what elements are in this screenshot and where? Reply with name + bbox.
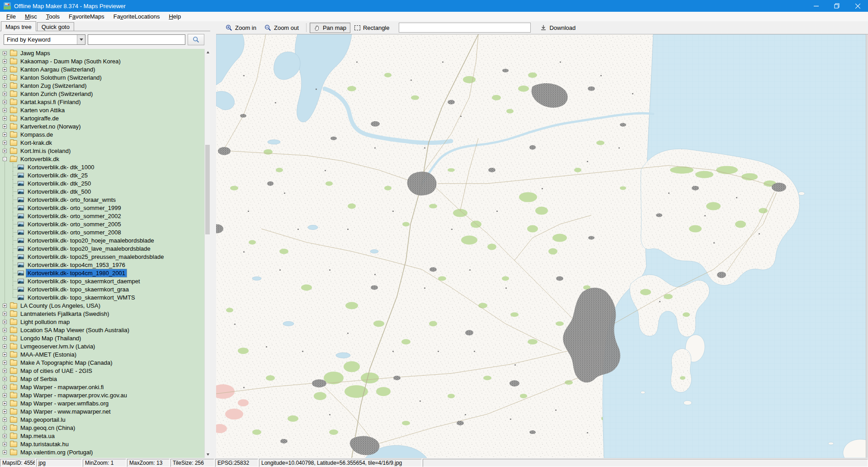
expand-icon[interactable]: +	[3, 353, 7, 357]
expand-icon[interactable]: +	[3, 84, 7, 88]
expand-icon[interactable]: +	[3, 336, 7, 340]
tab-quick-goto[interactable]: Quick goto	[37, 22, 74, 31]
tree-item[interactable]: +MAA-AMET (Estonia)	[0, 350, 204, 358]
expand-icon[interactable]: +	[3, 385, 7, 389]
expand-icon[interactable]: +	[3, 344, 7, 348]
tree-item[interactable]: +Map.meta.ua	[0, 432, 204, 440]
expand-icon[interactable]: +	[3, 304, 7, 308]
expand-icon[interactable]: +	[3, 418, 7, 422]
tab-maps-tree[interactable]: Maps tree	[1, 21, 36, 31]
expand-icon[interactable]: +	[3, 320, 7, 324]
scroll-down-button[interactable]	[205, 451, 211, 458]
tree-item[interactable]: -Kortoverblik.dk	[0, 155, 204, 163]
expand-icon[interactable]: +	[3, 426, 7, 430]
menu-favoritemaps[interactable]: FavoriteMaps	[64, 12, 109, 21]
menu-favoritelocations[interactable]: FavoriteLocations	[109, 12, 165, 21]
tree-scrollbar[interactable]	[204, 49, 210, 458]
tree-item[interactable]: Kortoverblik.dk- topo20_lave_maalebordsb…	[0, 244, 204, 253]
tree-item[interactable]: +Karten von Attika	[0, 106, 204, 114]
expand-icon[interactable]: +	[3, 312, 7, 316]
tree-item[interactable]: +Kakaomap - Daum Map (South Korea)	[0, 57, 204, 65]
expand-icon[interactable]: +	[3, 442, 7, 446]
tree-item[interactable]: +Kanton Zug (Switzerland)	[0, 81, 204, 90]
tree-item[interactable]: +Map Warper - mapwarper.onki.fi	[0, 383, 204, 391]
tree-item[interactable]: +Map Warper - mapwarper.prov.vic.gov.au	[0, 391, 204, 399]
search-input[interactable]	[88, 34, 185, 45]
tree-item[interactable]: Kortoverblik.dk- orto_sommer_2002	[0, 212, 204, 220]
collapse-icon[interactable]: -	[3, 157, 7, 161]
zoom-out-button[interactable]: Zoom out	[260, 23, 303, 33]
expand-icon[interactable]: +	[3, 369, 7, 373]
tree-item[interactable]: +Lvmgeoserver.lvm.lv (Latvia)	[0, 342, 204, 350]
tree-item[interactable]: +LA County (Los Angeles, USA)	[0, 301, 204, 310]
combo-dropdown-button[interactable]	[77, 35, 85, 44]
pan-map-button[interactable]: Pan map	[310, 23, 350, 33]
tree-item[interactable]: +Map.geoq.cn (China)	[0, 424, 204, 432]
expand-icon[interactable]: +	[3, 401, 7, 405]
tree-item[interactable]: +Kompass.de	[0, 130, 204, 138]
menu-file[interactable]: File	[2, 12, 20, 21]
expand-icon[interactable]: +	[3, 328, 7, 332]
tree-item[interactable]: Kortoverblik.dk- topo20_hoeje_maalebords…	[0, 236, 204, 244]
expand-icon[interactable]: +	[3, 67, 7, 71]
map-canvas[interactable]	[216, 34, 868, 458]
tree-item[interactable]: Kortoverblik.dk- dtk_250	[0, 179, 204, 187]
close-button[interactable]	[847, 0, 868, 12]
expand-icon[interactable]: +	[3, 393, 7, 397]
tree-item[interactable]: +Map.valentim.org (Portugal)	[0, 448, 204, 456]
expand-icon[interactable]: +	[3, 377, 7, 381]
expand-icon[interactable]: +	[3, 59, 7, 63]
tree-item[interactable]: +Kort-krak.dk	[0, 138, 204, 147]
tree-item[interactable]: +Longdo Map (Thailand)	[0, 334, 204, 342]
tree-item[interactable]: Kortoverblik.dk- topo4cm_1980_2001	[0, 269, 204, 277]
tree-item[interactable]: Kortoverblik.dk- topo_skaermkort_daempet	[0, 277, 204, 285]
tree-item[interactable]: +Map.geoportail.lu	[0, 415, 204, 424]
tree-item[interactable]: +Location SA Map Viewer (South Australia…	[0, 326, 204, 334]
expand-icon[interactable]: +	[3, 116, 7, 120]
tree-item[interactable]: Kortoverblik.dk- orto_sommer_2005	[0, 220, 204, 228]
download-button[interactable]: Download	[536, 23, 580, 33]
tree-item[interactable]: +Map Warper - www.mapwarper.net	[0, 407, 204, 415]
toolbar-input[interactable]	[399, 23, 531, 33]
menu-misc[interactable]: Misc	[20, 12, 42, 21]
tree-item[interactable]: +Jawg Maps	[0, 49, 204, 57]
expand-icon[interactable]: +	[3, 76, 7, 80]
tree-item[interactable]: +Map.turistautak.hu	[0, 440, 204, 448]
find-mode-select[interactable]: Find by Keyword	[4, 34, 85, 45]
expand-icon[interactable]: +	[3, 361, 7, 365]
tree-item[interactable]: Kortoverblik.dk- dtk_500	[0, 187, 204, 195]
tree-item[interactable]: +Make A Topographic Map (Canada)	[0, 358, 204, 367]
tree-item[interactable]: +Kanton Solothurn (Switzerland)	[0, 73, 204, 81]
expand-icon[interactable]: +	[3, 124, 7, 129]
tree-item[interactable]: +Kanton Aargau (Switzerland)	[0, 65, 204, 73]
expand-icon[interactable]: +	[3, 141, 7, 145]
tree-item[interactable]: Kortoverblik.dk- dtk_25	[0, 171, 204, 179]
expand-icon[interactable]: +	[3, 100, 7, 104]
search-button[interactable]	[188, 34, 204, 45]
tree-item[interactable]: Kortoverblik.dk- topo4cm_1953_1976	[0, 261, 204, 269]
restore-button[interactable]	[826, 0, 847, 12]
tree-item[interactable]: +Map Warper - warper.wmflabs.org	[0, 399, 204, 407]
expand-icon[interactable]: +	[3, 410, 7, 414]
expand-icon[interactable]: +	[3, 450, 7, 454]
tree-item[interactable]: Kortoverblik.dk- orto_foraar_wmts	[0, 195, 204, 204]
tree-item[interactable]: +Light pollution map	[0, 318, 204, 326]
expand-icon[interactable]: +	[3, 133, 7, 137]
scrollbar-thumb[interactable]	[205, 145, 210, 234]
tree-item[interactable]: +Map of cities of UAE - 2GIS	[0, 367, 204, 375]
tree-item[interactable]: Kortoverblik.dk- topo25_preussen_maalebo…	[0, 253, 204, 261]
tree-item[interactable]: +Kort.lmi.is (Iceland)	[0, 147, 204, 155]
tree-item[interactable]: Kortoverblik.dk- topo_skaermkort_graa	[0, 285, 204, 293]
tree-item[interactable]: Kortoverblik.dk- topo_skaermkort_WMTS	[0, 293, 204, 301]
tree-item[interactable]: +Lantmateriets Fjallkarta (Swedish)	[0, 310, 204, 318]
expand-icon[interactable]: +	[3, 51, 7, 55]
expand-icon[interactable]: +	[3, 434, 7, 438]
menu-tools[interactable]: Tools	[42, 12, 64, 21]
scroll-up-button[interactable]	[205, 49, 211, 56]
rectangle-button[interactable]: Rectangle	[350, 23, 394, 33]
tree-item[interactable]: +Kartverket.no (Norway)	[0, 122, 204, 130]
tree-item[interactable]: +Kanton Zurich (Switzerland)	[0, 90, 204, 98]
expand-icon[interactable]: +	[3, 108, 7, 112]
menu-help[interactable]: Help	[164, 12, 185, 21]
tree-item[interactable]: Kortoverblik.dk- orto_sommer_2008	[0, 228, 204, 236]
